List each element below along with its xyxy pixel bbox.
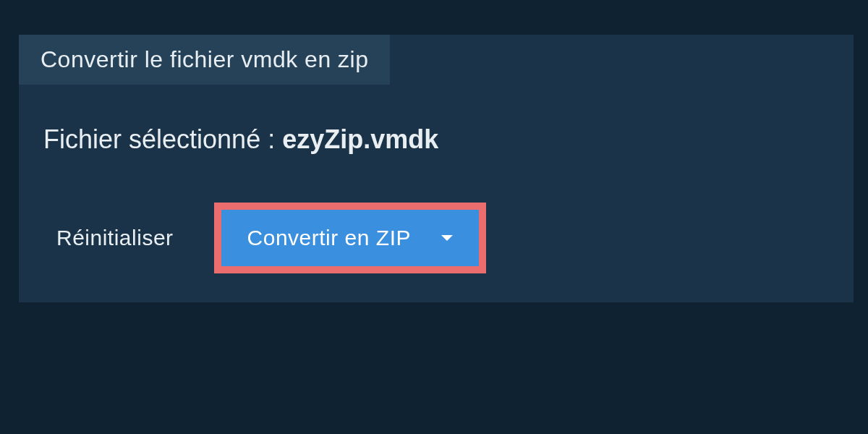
selected-file-label: Fichier sélectionné : ezyZip.vmdk: [43, 124, 438, 155]
reset-button[interactable]: Réinitialiser: [56, 226, 174, 250]
convert-button-highlight: Convertir en ZIP: [214, 203, 486, 273]
chevron-down-icon: [441, 235, 453, 241]
selected-file-prefix: Fichier sélectionné :: [43, 124, 282, 154]
tab-header[interactable]: Convertir le fichier vmdk en zip: [19, 35, 390, 85]
tab-title: Convertir le fichier vmdk en zip: [41, 46, 368, 72]
controls-row: Réinitialiser Convertir en ZIP: [56, 203, 486, 273]
convert-button-label: Convertir en ZIP: [247, 226, 411, 250]
convert-button[interactable]: Convertir en ZIP: [221, 210, 479, 266]
selected-file-name: ezyZip.vmdk: [282, 124, 438, 154]
